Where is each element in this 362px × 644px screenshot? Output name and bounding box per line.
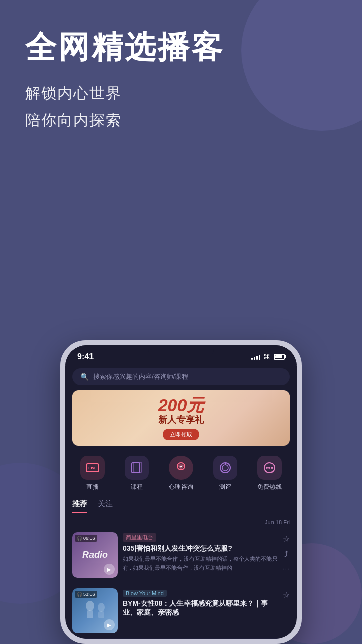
search-icon: 🔍: [80, 373, 89, 381]
wifi-icon: ⌘: [263, 353, 270, 361]
duration-text-2: 53:06: [83, 592, 95, 597]
battery-icon: [274, 354, 285, 360]
live-label: 直播: [86, 482, 99, 491]
hero-section: 全网精选播客 解锁内心世界 陪你向内探索: [0, 0, 362, 154]
test-icon-wrap: [213, 456, 237, 480]
duration-badge-2: 🎧 53:06: [75, 591, 97, 598]
category-consulting[interactable]: 心理咨询: [169, 456, 193, 491]
svg-rect-13: [87, 610, 93, 618]
hero-subtitle-line1: 解锁内心世界: [25, 79, 337, 107]
status-time: 9:41: [77, 352, 94, 361]
category-test[interactable]: 测评: [213, 456, 237, 491]
hotline-label: 免费热线: [257, 482, 282, 491]
phone-outer: 9:41 ⌘ 🔍 搜索你感兴趣的内容/咨询师/课: [60, 340, 302, 644]
test-icon: [218, 460, 233, 475]
battery-fill: [275, 355, 282, 358]
category-hotline[interactable]: 免费热线: [257, 456, 282, 491]
headphone-icon-2: 🎧: [77, 592, 82, 597]
promo-banner[interactable]: 200元 新人专享礼 立即领取: [72, 390, 290, 446]
signal-bar-2: [254, 357, 255, 360]
signal-icon: [251, 354, 260, 360]
duration-text-1: 06:06: [83, 536, 95, 541]
radio-thumb-text: Radio: [82, 550, 108, 560]
test-label: 测评: [219, 482, 231, 491]
podcast-desc-1: 如果我们最早不能合作，没有互助精神的话，整个人类的不能只有...如果我们最早不能…: [123, 555, 278, 572]
podcast-info-1: 简里里电台 035|害怕和别人发生冲突怎么克服? 如果我们最早不能合作，没有互助…: [123, 532, 278, 572]
podcast-info-2: Blow Your Mind BYM-女性08：人生幸福感究竟从哪里来？｜事业、…: [123, 588, 278, 619]
podcast-channel-1: 简里里电台: [123, 533, 156, 542]
signal-bar-4: [259, 355, 260, 360]
course-label: 课程: [131, 482, 143, 491]
hero-subtitle-line2: 陪你向内探索: [25, 107, 337, 134]
podcast-actions-2: ☆: [283, 588, 290, 600]
signal-bar-3: [256, 356, 258, 360]
headphone-icon: 🎧: [77, 536, 82, 541]
search-placeholder-text: 搜索你感兴趣的内容/咨询师/课程: [93, 372, 188, 381]
svg-point-9: [266, 467, 268, 469]
banner-amount: 200元: [158, 396, 204, 414]
banner-label: 新人专享礼: [158, 414, 204, 426]
hotline-icon-wrap: [257, 456, 282, 480]
podcast-thumb-2: 🎧 53:06 ▶: [72, 588, 118, 633]
phone-mockup: 9:41 ⌘ 🔍 搜索你感兴趣的内容/咨询师/课: [60, 340, 302, 644]
category-live[interactable]: LIVE 直播: [80, 456, 105, 491]
tab-recommend[interactable]: 推荐: [72, 499, 87, 513]
content-tabs: 推荐 关注: [65, 497, 297, 516]
svg-point-14: [98, 603, 105, 612]
share-icon-1[interactable]: ⤴: [284, 550, 288, 559]
date-label: Jun.18 Fri: [65, 516, 297, 527]
course-icon: [129, 460, 144, 475]
svg-point-12: [86, 601, 94, 611]
podcast-channel-2: Blow Your Mind: [123, 590, 167, 597]
consulting-icon: [173, 460, 189, 475]
podcast-thumb-1: 🎧 06:06 Radio ▶: [72, 532, 118, 578]
hero-title: 全网精选播客: [25, 30, 337, 64]
course-icon-wrap: [125, 456, 149, 480]
podcast-item-1[interactable]: 🎧 06:06 Radio ▶ 简里里电台 035|害怕和别人发生冲突怎么克服?…: [65, 527, 297, 583]
podcast-title-2: BYM-女性08：人生幸福感究竟从哪里来？｜事业、家庭、亲密感: [123, 599, 278, 617]
phone-notch: [148, 345, 214, 358]
banner-button[interactable]: 立即领取: [163, 429, 199, 440]
svg-rect-2: [132, 463, 140, 473]
svg-point-6: [222, 465, 228, 471]
tab-follow[interactable]: 关注: [98, 499, 113, 513]
svg-point-11: [271, 467, 273, 469]
categories-section: LIVE 直播 课程: [65, 452, 297, 497]
hero-subtitle: 解锁内心世界 陪你向内探索: [25, 79, 337, 134]
tabs-row: 推荐 关注: [72, 499, 290, 513]
play-button-1[interactable]: ▶: [104, 564, 115, 575]
search-bar[interactable]: 🔍 搜索你感兴趣的内容/咨询师/课程: [72, 368, 290, 385]
hotline-icon: [262, 460, 277, 475]
podcast-illustration-2: [80, 598, 110, 623]
phone-inner: 9:41 ⌘ 🔍 搜索你感兴趣的内容/咨询师/课: [65, 345, 297, 639]
more-icon-1[interactable]: ···: [283, 565, 289, 572]
bookmark-icon-2[interactable]: ☆: [283, 590, 290, 600]
category-course[interactable]: 课程: [125, 456, 149, 491]
play-button-2[interactable]: ▶: [104, 619, 115, 630]
banner-content: 200元 新人专享礼 立即领取: [158, 396, 204, 440]
podcast-actions-1: ☆ ⤴ ···: [283, 532, 290, 572]
svg-rect-15: [98, 611, 104, 618]
signal-bar-1: [251, 358, 253, 360]
svg-rect-3: [134, 462, 142, 472]
consulting-icon-wrap: [169, 456, 193, 480]
svg-text:LIVE: LIVE: [88, 466, 97, 470]
svg-point-10: [268, 467, 270, 469]
consulting-label: 心理咨询: [169, 482, 193, 491]
bookmark-icon-1[interactable]: ☆: [283, 534, 290, 544]
duration-badge-1: 🎧 06:06: [75, 535, 97, 542]
status-icons: ⌘: [251, 353, 285, 361]
podcast-title-1: 035|害怕和别人发生冲突怎么克服?: [123, 544, 278, 553]
live-icon: LIVE: [85, 460, 100, 475]
podcast-item-2[interactable]: 🎧 53:06 ▶ Blow Your Mind BYM-女性08：人生幸福感究…: [65, 583, 297, 639]
live-icon-wrap: LIVE: [80, 456, 105, 480]
